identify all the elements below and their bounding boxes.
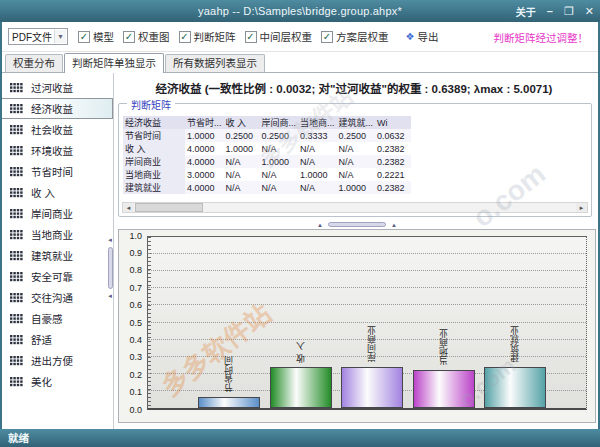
checkbox-checked-icon[interactable]: ✓ [321,31,333,43]
window-border-left [0,22,2,429]
y-axis-tick-label: 0.8 [120,266,142,275]
collapse-left-icon[interactable]: ◄ [107,237,113,243]
table-row: 岸间商业4.0000N/A1.0000N/AN/A0.2382 [123,155,411,168]
table-row: 收 入4.00001.0000N/AN/AN/A0.2382 [123,142,411,155]
y-axis-tick-label: 0.6 [120,301,142,310]
judgment-matrix-groupbox: 判断矩阵 经济收益节省时...收 入岸间商...当地商...建筑就...Wi 节… [118,103,592,217]
column-header: 岸间商... [260,116,299,129]
title-bar[interactable]: yaahp -- D:\Samples\bridge.group.ahpx* 关… [0,0,600,22]
close-button[interactable]: ✕ [585,0,594,22]
sidebar-item-label: 岸间商业 [31,206,73,221]
status-bar: 就绪 [0,429,600,447]
y-axis: 0.00.10.20.30.40.50.60.70.80.91.0 [119,236,145,410]
chart-bar[interactable] [198,397,260,408]
matrix-cell: 4.0000 [185,142,224,155]
toolbar-checkbox[interactable]: ✓判断矩阵 [179,29,236,44]
collapse-up-icon[interactable]: ▲ [317,222,323,228]
toolbar-checkbox[interactable]: ✓方案层权重 [321,29,389,44]
grid-icon [10,167,23,177]
grid-icon [10,272,23,282]
sidebar-item[interactable]: 建筑就业 [0,245,113,266]
y-axis-tick-label: 0.3 [120,353,142,362]
toolbar-checkbox[interactable]: ✓中间层权重 [245,29,313,44]
chart-bar-label: 当地商业 [437,329,450,365]
tab-item[interactable]: 所有数据列表显示 [165,54,265,72]
table-row: 建筑就业4.0000N/AN/AN/A1.00000.2382 [123,181,411,194]
sidebar-item[interactable]: 美化 [0,371,113,392]
window-title: yaahp -- D:\Samples\bridge.group.ahpx* [0,5,600,17]
matrix-cell: N/A [260,168,299,181]
chevron-down-icon[interactable]: ▼ [54,30,66,43]
matrix-cell: 4.0000 [185,181,224,194]
y-axis-tick-label: 0.9 [120,249,142,258]
tab-item[interactable]: 权重分布 [5,54,63,72]
collapse-up-icon[interactable]: ▲ [391,222,397,228]
vertical-splitter[interactable]: ◄ ◄ [106,231,114,305]
minimize-button[interactable]: – [547,0,553,22]
row-header-cell: 节省时间 [123,129,185,142]
splitter-handle[interactable] [108,247,113,289]
matrix-cell: 1.0000 [260,155,299,168]
toolbar-checkbox[interactable]: ✓模型 [78,29,114,44]
column-header: Wi [375,116,411,129]
checkbox-checked-icon[interactable]: ✓ [179,31,191,43]
chart-bar[interactable] [413,370,475,408]
checkbox-checked-icon[interactable]: ✓ [123,31,135,43]
export-format-combobox[interactable]: PDF文件 ▼ [8,28,68,45]
sidebar-item[interactable]: 进出方便 [0,350,113,371]
matrix-adjusted-warning: 判断矩阵经过调整！ [494,30,589,45]
sidebar-item[interactable]: 交往沟通 [0,287,113,308]
sidebar-item[interactable]: 经济收益 [0,98,113,119]
table-h-scrollbar[interactable]: ◄ ► [122,202,588,213]
matrix-cell: 0.2500 [260,129,299,142]
sidebar-item-label: 自豪感 [31,311,63,326]
sidebar-item[interactable]: 过河收益 [0,77,113,98]
sidebar-item-label: 进出方便 [31,353,73,368]
checkbox-checked-icon[interactable]: ✓ [245,31,257,43]
sidebar-item[interactable]: 节省时间 [0,161,113,182]
chart-bar[interactable] [341,367,403,408]
scroll-left-icon[interactable]: ◄ [123,203,134,212]
sidebar-item[interactable]: 自豪感 [0,308,113,329]
splitter-handle[interactable] [328,222,386,227]
toolbar-checkboxes: ✓模型✓权重图✓判断矩阵✓中间层权重✓方案层权重 [78,29,389,44]
maximize-button[interactable]: ❐ [564,0,574,22]
sidebar-item[interactable]: 岸间商业 [0,203,113,224]
sidebar-item-label: 美化 [31,374,52,389]
grid-icon [10,125,23,135]
grid-icon [10,146,23,156]
sidebar-item-label: 节省时间 [31,164,73,179]
scrollbar-track[interactable] [134,203,576,212]
sidebar-item[interactable]: 收 入 [0,182,113,203]
tab-active[interactable]: 判断矩阵单独显示 [64,53,164,73]
about-button[interactable]: 关于 [516,4,536,19]
sidebar-item[interactable]: 社会收益 [0,119,113,140]
chart-bar-label: 节省时间 [222,356,235,392]
horizontal-splitter[interactable]: ▲ ▲ [114,220,600,229]
matrix-cell: 0.2500 [337,129,376,142]
toolbar-checkbox[interactable]: ✓权重图 [123,29,170,44]
sidebar-item[interactable]: 环境收益 [0,140,113,161]
toolbar: PDF文件 ▼ ✓模型✓权重图✓判断矩阵✓中间层权重✓方案层权重 ❖ 导出 判断… [2,22,598,52]
sidebar-item[interactable]: 当地商业 [0,224,113,245]
matrix-cell: N/A [224,155,260,168]
scrollbar-thumb[interactable] [135,203,203,212]
gridline [148,304,586,305]
checkbox-label: 权重图 [138,29,170,44]
chart-bar[interactable] [484,367,546,408]
y-axis-tick-label: 0.7 [120,284,142,293]
chart-bar-label: 建筑就业 [508,326,521,362]
sidebar-item[interactable]: 安全可靠 [0,266,113,287]
chart-bar[interactable] [270,367,332,408]
y-axis-tick-label: 0.1 [120,388,142,397]
matrix-cell: 1.0000 [224,142,260,155]
sidebar-item[interactable]: 舒适 [0,329,113,350]
grid-icon [10,377,23,387]
matrix-cell: N/A [260,181,299,194]
matrix-cell: N/A [337,168,376,181]
export-button[interactable]: ❖ 导出 [401,27,444,46]
collapse-left-icon[interactable]: ◄ [107,293,113,299]
checkbox-checked-icon[interactable]: ✓ [78,31,90,43]
scroll-right-icon[interactable]: ► [576,203,587,212]
sidebar-item-label: 环境收益 [31,143,73,158]
